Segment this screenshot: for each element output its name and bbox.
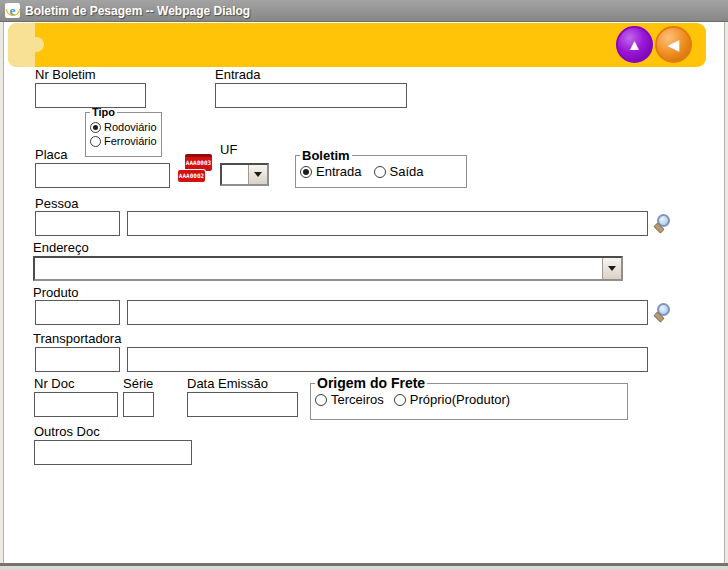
entrada-label: Entrada (215, 67, 261, 82)
serie-label: Série (123, 376, 153, 391)
boletim-entrada-label: Entrada (316, 164, 362, 179)
transportadora-code-input[interactable] (35, 347, 120, 372)
endereco-label: Endereço (33, 240, 89, 255)
window-frame-bottom (0, 563, 728, 570)
endereco-select-value (35, 258, 602, 279)
uf-label: UF (220, 142, 237, 157)
proprio-radio[interactable] (394, 394, 406, 406)
license-plates-icon[interactable]: AAA0003 AAA0002 (178, 152, 212, 186)
nr-doc-input[interactable] (34, 392, 118, 417)
outros-doc-input[interactable] (34, 440, 192, 465)
pessoa-code-input[interactable] (35, 211, 120, 236)
produto-search-icon[interactable] (653, 303, 670, 321)
ferroviario-radio[interactable] (90, 136, 101, 147)
back-button[interactable]: ◀ (655, 26, 692, 63)
tipo-fieldset: Tipo Rodoviário Ferroviário (85, 106, 162, 157)
up-arrow-icon: ▲ (627, 37, 642, 52)
origem-frete-fieldset: Origem do Frete Terceiros Próprio(Produt… (310, 375, 628, 420)
boletim-saida-label: Saída (390, 164, 424, 179)
placa-label: Placa (35, 147, 68, 162)
endereco-select[interactable] (33, 256, 623, 281)
ie-icon-ring (6, 9, 20, 16)
boletim-option-entrada[interactable]: Entrada (300, 164, 362, 179)
terceiros-label: Terceiros (331, 392, 384, 407)
rodoviario-radio[interactable] (90, 122, 101, 133)
uf-dropdown-button[interactable] (248, 165, 267, 184)
pessoa-label: Pessoa (35, 196, 78, 211)
pessoa-search-icon[interactable] (653, 214, 670, 232)
data-emissao-label: Data Emissão (187, 376, 268, 391)
placa-input[interactable] (35, 163, 170, 188)
produto-name-input[interactable] (127, 300, 648, 325)
nr-boletim-label: Nr Boletim (35, 67, 96, 82)
produto-label: Produto (33, 285, 79, 300)
proprio-label: Próprio(Produtor) (410, 392, 510, 407)
nr-boletim-input[interactable] (35, 83, 146, 108)
license-plate-front: AAA0002 (178, 170, 205, 182)
nr-doc-label: Nr Doc (34, 376, 74, 391)
license-plate-back: AAA0003 (185, 154, 212, 171)
header-accent-bump (29, 37, 44, 52)
titlebar: e Boletim de Pesagem -- Webpage Dialog (0, 0, 728, 22)
rodoviario-label: Rodoviário (104, 121, 157, 133)
produto-code-input[interactable] (35, 300, 120, 325)
tipo-option-rodoviario[interactable]: Rodoviário (90, 121, 157, 133)
boletim-saida-radio[interactable] (374, 166, 386, 178)
transportadora-label: Transportadora (33, 331, 121, 346)
chevron-down-icon (608, 266, 616, 271)
tipo-legend: Tipo (90, 106, 117, 118)
boletim-fieldset: Boletim Entrada Saída (295, 148, 467, 188)
ie-icon: e (5, 3, 20, 18)
up-button[interactable]: ▲ (616, 26, 653, 63)
data-emissao-input[interactable] (187, 392, 298, 417)
boletim-option-saida[interactable]: Saída (374, 164, 424, 179)
endereco-dropdown-button[interactable] (602, 258, 621, 279)
outros-doc-label: Outros Doc (34, 424, 100, 439)
uf-select-value (222, 165, 248, 184)
origem-option-terceiros[interactable]: Terceiros (315, 392, 384, 407)
boletim-entrada-radio[interactable] (300, 166, 312, 178)
window-title: Boletim de Pesagem -- Webpage Dialog (25, 4, 250, 18)
pessoa-name-input[interactable] (127, 211, 648, 236)
ferroviario-label: Ferroviário (104, 135, 157, 147)
chevron-down-icon (254, 172, 262, 177)
serie-input[interactable] (123, 392, 154, 417)
origem-frete-legend: Origem do Frete (315, 375, 427, 391)
uf-select[interactable] (220, 163, 269, 186)
boletim-legend: Boletim (300, 148, 352, 163)
terceiros-radio[interactable] (315, 394, 327, 406)
entrada-input[interactable] (215, 83, 407, 108)
tipo-option-ferroviario[interactable]: Ferroviário (90, 135, 157, 147)
window-frame-left (0, 22, 4, 563)
window-frame-right (724, 22, 728, 563)
back-arrow-icon: ◀ (668, 37, 680, 52)
header-bar: ▲ ◀ (8, 23, 706, 67)
origem-option-proprio[interactable]: Próprio(Produtor) (394, 392, 510, 407)
transportadora-name-input[interactable] (127, 347, 648, 372)
